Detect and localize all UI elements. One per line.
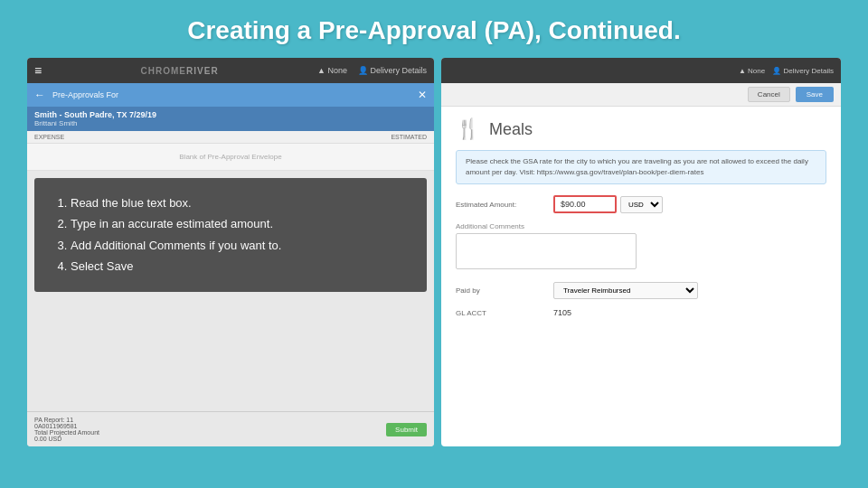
additional-comments-group: Additional Comments bbox=[456, 222, 826, 273]
rp-header: 🍴 Meals bbox=[456, 117, 826, 141]
instruction-item-2: Type in an accurate estimated amount. bbox=[71, 213, 409, 234]
left-panel: ≡ CHROMERIVER ▲ None 👤 Delivery Details … bbox=[27, 58, 434, 446]
topbar-right-items: ▲ None 👤 Delivery Details bbox=[317, 66, 427, 75]
blank-area: Blank of Pre-Approval Envelope bbox=[27, 144, 434, 171]
topbar-none-item[interactable]: ▲ None bbox=[317, 66, 347, 75]
meals-icon: 🍴 bbox=[456, 117, 480, 141]
currency-select[interactable]: USD bbox=[620, 196, 663, 213]
save-button[interactable]: Save bbox=[796, 87, 834, 102]
rp-form-area: 🍴 Meals Please check the GSA rate for th… bbox=[441, 107, 841, 337]
rp-topbar: ▲ None 👤 Delivery Details bbox=[441, 58, 841, 83]
cr-subbar: ← Pre-Approvals For ✕ bbox=[27, 83, 434, 107]
gl-acct-value: 7105 bbox=[553, 308, 571, 317]
back-button[interactable]: ← bbox=[34, 89, 45, 101]
main-content: ≡ CHROMERIVER ▲ None 👤 Delivery Details … bbox=[0, 58, 868, 446]
amount-group: USD bbox=[553, 195, 663, 213]
meals-title: Meals bbox=[489, 120, 533, 139]
username-label: Smith - South Padre, TX 7/29/19 bbox=[34, 110, 427, 119]
rp-info-box: Please check the GSA rate for the city t… bbox=[456, 150, 826, 184]
cr-userbar: Smith - South Padre, TX 7/29/19 Brittani… bbox=[27, 107, 434, 131]
total-projected-value: 0.00 USD bbox=[34, 436, 99, 442]
pa-id: 0A0011969581 bbox=[34, 423, 99, 429]
rp-topbar-none[interactable]: ▲ None bbox=[739, 67, 765, 75]
gl-acct-row: GL ACCT 7105 bbox=[456, 308, 826, 317]
total-projected-label: Total Projected Amount bbox=[34, 429, 99, 436]
right-panel: ▲ None 👤 Delivery Details Cancel Save 🍴 … bbox=[441, 58, 841, 446]
close-button[interactable]: ✕ bbox=[418, 89, 427, 101]
cr-bottom-bar: PA Report: 11 0A0011969581 Total Project… bbox=[27, 411, 434, 446]
page-title: Creating a Pre-Approval (PA), Continued. bbox=[0, 0, 868, 58]
instruction-item-3: Add Additional Comments if you want to. bbox=[71, 235, 409, 256]
chrome-river-logo: CHROMERIVER bbox=[141, 66, 219, 76]
topbar-delivery-item[interactable]: 👤 Delivery Details bbox=[358, 66, 427, 75]
cancel-button[interactable]: Cancel bbox=[748, 87, 790, 102]
additional-comments-label: Additional Comments bbox=[456, 222, 826, 230]
expense-label: EXPENSE bbox=[34, 134, 64, 140]
estimated-amount-row: Estimated Amount: USD bbox=[456, 195, 826, 213]
instruction-overlay: Read the blue text box. Type in an accur… bbox=[34, 178, 427, 292]
estimated-label: ESTIMATED bbox=[391, 134, 427, 140]
instruction-item-4: Select Save bbox=[71, 256, 409, 277]
additional-comments-input[interactable] bbox=[456, 233, 637, 269]
amount-input[interactable] bbox=[553, 195, 617, 213]
subbar-title: Pre-Approvals For bbox=[52, 90, 410, 99]
rp-action-bar: Cancel Save bbox=[441, 83, 841, 107]
instruction-list: Read the blue text box. Type in an accur… bbox=[52, 192, 409, 277]
cr-topbar: ≡ CHROMERIVER ▲ None 👤 Delivery Details bbox=[27, 58, 434, 83]
pa-report-label: PA Report: 11 bbox=[34, 417, 99, 423]
paid-by-select[interactable]: Traveler Reimbursed bbox=[553, 282, 698, 299]
estimated-amount-label: Estimated Amount: bbox=[456, 201, 546, 209]
paid-by-row: Paid by Traveler Reimbursed bbox=[456, 282, 826, 299]
paid-by-label: Paid by bbox=[456, 286, 546, 295]
gl-acct-label: GL ACCT bbox=[456, 309, 546, 317]
rp-topbar-delivery[interactable]: 👤 Delivery Details bbox=[772, 67, 834, 75]
submit-button[interactable]: Submit bbox=[386, 423, 427, 436]
user-full-name: Brittani Smith bbox=[34, 119, 427, 127]
expense-header: EXPENSE ESTIMATED bbox=[27, 131, 434, 144]
menu-icon[interactable]: ≡ bbox=[34, 63, 42, 78]
blank-area-text: Blank of Pre-Approval Envelope bbox=[179, 153, 281, 161]
bottom-left: PA Report: 11 0A0011969581 Total Project… bbox=[34, 417, 99, 442]
instruction-item-1: Read the blue text box. bbox=[71, 192, 409, 213]
